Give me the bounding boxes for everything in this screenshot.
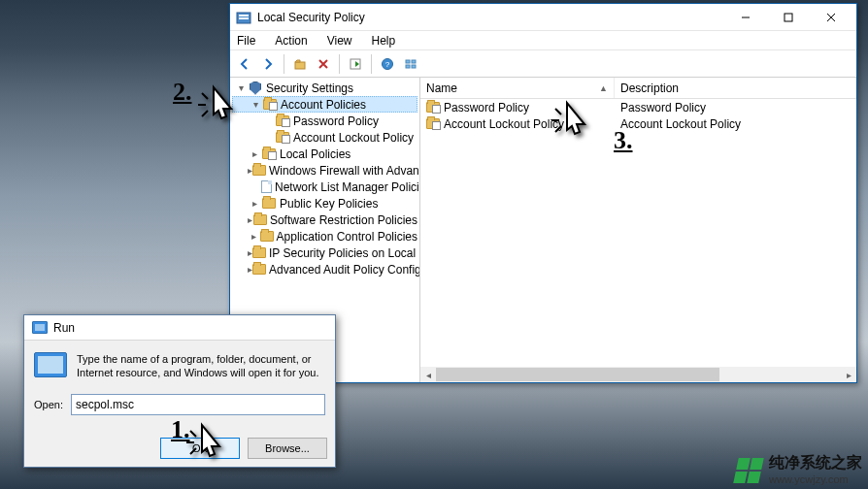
- expand-icon[interactable]: ▸: [248, 147, 261, 161]
- expand-icon[interactable]: ▸: [248, 197, 261, 211]
- tree-item-label: Network List Manager Policies: [275, 180, 420, 194]
- folder-icon: [252, 164, 266, 178]
- folder-icon: [252, 246, 266, 260]
- list-item-account-lockout-policy[interactable]: Account Lockout Policy Account Lockout P…: [420, 115, 856, 132]
- svg-rect-14: [412, 65, 416, 68]
- tree-item-ip-security[interactable]: ▸ IP Security Policies on Local Compute: [232, 244, 417, 261]
- sort-asc-icon: ▲: [599, 83, 608, 93]
- export-button[interactable]: [345, 53, 366, 75]
- list-header: Name ▲ Description: [420, 78, 856, 99]
- collapse-icon[interactable]: ▾: [234, 82, 248, 95]
- folder-icon: [261, 147, 277, 161]
- folder-icon: [426, 118, 440, 129]
- back-button[interactable]: [234, 53, 255, 75]
- svg-rect-4: [785, 14, 792, 21]
- annotation-1: 1.: [171, 415, 190, 444]
- tree-item-label: IP Security Policies on Local Compute: [269, 246, 420, 260]
- svg-rect-1: [239, 15, 249, 16]
- minimize-button[interactable]: [724, 5, 767, 30]
- menubar: File Action View Help: [230, 31, 856, 50]
- expand-icon[interactable]: ▸: [248, 230, 259, 244]
- tree-item-label: Account Lockout Policy: [293, 131, 414, 145]
- close-button[interactable]: [810, 5, 852, 30]
- separator: [371, 54, 372, 74]
- column-desc-label: Description: [620, 82, 679, 95]
- folder-icon: [262, 98, 278, 112]
- tree-item-application-control[interactable]: ▸ Application Control Policies: [232, 228, 417, 244]
- separator: [284, 54, 284, 74]
- column-description[interactable]: Description: [615, 78, 856, 98]
- run-dialog: Run Type the name of a program, folder, …: [23, 314, 336, 468]
- tree-root-label: Security Settings: [266, 82, 353, 95]
- annotation-3: 3.: [614, 126, 633, 155]
- tree-item-label: Account Policies: [281, 98, 366, 112]
- help-button[interactable]: ?: [377, 53, 398, 75]
- tree-item-account-policies[interactable]: ▾ Account Policies: [232, 96, 417, 113]
- titlebar[interactable]: Local Security Policy: [230, 4, 856, 31]
- run-icon: [32, 321, 48, 334]
- app-icon: [236, 10, 251, 25]
- folder-icon: [275, 131, 290, 145]
- scroll-right-icon[interactable]: ▸: [841, 367, 856, 382]
- folder-icon: [259, 230, 273, 244]
- folder-icon: [253, 213, 267, 227]
- list-pane[interactable]: Name ▲ Description Password Policy Passw…: [420, 78, 856, 382]
- collapse-icon[interactable]: ▾: [249, 98, 262, 112]
- column-name[interactable]: Name ▲: [420, 78, 615, 98]
- menu-help[interactable]: Help: [369, 32, 399, 49]
- watermark-logo-icon: [736, 458, 761, 483]
- view-button[interactable]: [400, 53, 421, 75]
- folder-icon: [275, 114, 290, 128]
- tree-item-label: Windows Firewall with Advanced Sec: [269, 164, 420, 178]
- browse-button[interactable]: Browse...: [248, 438, 327, 459]
- svg-rect-12: [412, 60, 416, 63]
- list-item-desc: Account Lockout Policy: [620, 117, 741, 131]
- tree-item-windows-firewall[interactable]: ▸ Windows Firewall with Advanced Sec: [232, 162, 417, 179]
- maximize-button[interactable]: [767, 5, 810, 30]
- run-description: Type the name of a program, folder, docu…: [77, 352, 325, 380]
- annotation-2: 2.: [173, 78, 192, 107]
- folder-icon: [252, 263, 266, 277]
- tree-item-network-list[interactable]: Network List Manager Policies: [232, 179, 417, 195]
- window-title: Local Security Policy: [257, 11, 724, 24]
- list-item-password-policy[interactable]: Password Policy Password Policy: [420, 99, 856, 115]
- svg-text:?: ?: [385, 60, 390, 69]
- folder-icon: [426, 102, 440, 113]
- menu-action[interactable]: Action: [272, 32, 310, 49]
- scroll-thumb[interactable]: [436, 368, 719, 381]
- open-input[interactable]: [71, 394, 325, 415]
- list-item-name: Password Policy: [444, 101, 529, 114]
- run-titlebar[interactable]: Run: [24, 315, 335, 341]
- folder-icon: [261, 197, 277, 211]
- forward-button[interactable]: [257, 53, 279, 75]
- delete-button[interactable]: [313, 53, 334, 75]
- tree-root[interactable]: ▾ Security Settings: [232, 80, 417, 96]
- tree-item-account-lockout-policy[interactable]: Account Lockout Policy: [232, 129, 417, 146]
- scroll-left-icon[interactable]: ◂: [420, 367, 436, 382]
- tree-item-advanced-audit[interactable]: ▸ Advanced Audit Policy Configuration: [232, 261, 417, 277]
- tree-item-label: Software Restriction Policies: [270, 213, 417, 227]
- tree-item-password-policy[interactable]: Password Policy: [232, 113, 417, 129]
- up-button[interactable]: [289, 53, 311, 75]
- run-app-icon: [34, 352, 67, 377]
- scroll-track[interactable]: [436, 367, 841, 382]
- svg-rect-13: [406, 65, 410, 68]
- list-item-name: Account Lockout Policy: [444, 117, 564, 131]
- tree-item-local-policies[interactable]: ▸ Local Policies: [232, 146, 417, 162]
- watermark-url: www.ycwjzy.com: [769, 473, 862, 485]
- tree-item-label: Password Policy: [293, 114, 379, 128]
- svg-rect-11: [406, 60, 410, 63]
- horizontal-scrollbar[interactable]: ◂ ▸: [420, 367, 856, 382]
- tree-item-software-restriction[interactable]: ▸ Software Restriction Policies: [232, 212, 417, 228]
- run-title: Run: [53, 321, 75, 335]
- menu-view[interactable]: View: [324, 32, 355, 49]
- tree-item-label: Public Key Policies: [280, 197, 378, 211]
- column-name-label: Name: [426, 82, 457, 95]
- menu-file[interactable]: File: [234, 32, 258, 49]
- shield-icon: [248, 82, 263, 95]
- tree-item-public-key[interactable]: ▸ Public Key Policies: [232, 195, 417, 212]
- list-item-desc: Password Policy: [620, 101, 706, 114]
- watermark: 纯净系统之家 www.ycwjzy.com: [736, 453, 862, 485]
- svg-rect-2: [239, 17, 249, 19]
- svg-rect-7: [295, 62, 305, 69]
